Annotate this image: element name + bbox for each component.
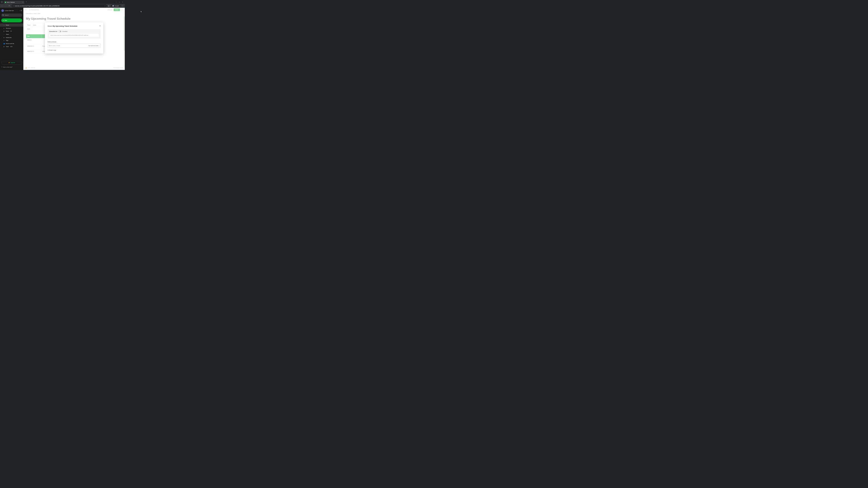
tab-close-icon[interactable]: ✕ — [22, 2, 24, 3]
chevron-down-icon: ▾ — [20, 10, 20, 11]
sidebar-item-label: Notes — [6, 31, 9, 32]
incognito-badge[interactable]: Incognito — [111, 5, 121, 7]
evernote-app: Lauren Dale Deli ▾ ⚙ 🔍 Search + New ▾ ⌂ … — [0, 8, 125, 70]
help-link[interactable]: ? Need a little help? — [0, 66, 23, 69]
bookmark-star-icon[interactable]: ☆ — [104, 5, 105, 6]
invite-section-label: Invite someone — [48, 41, 101, 42]
help-icon: ? — [1, 66, 2, 68]
sidebar-item-notes[interactable]: ▤ Notes (7) — [0, 30, 23, 33]
reload-button[interactable]: ⟳ — [8, 4, 11, 7]
shareable-link-toggle[interactable] — [59, 31, 61, 32]
tab-title: Home - Evernote — [7, 2, 22, 3]
sidebar-item-label: Trash — [6, 46, 9, 47]
share-modal: Share My Upcoming Travel Schedule ✕ Shar… — [45, 22, 103, 54]
expand-caret-icon[interactable]: ▸ — [1, 37, 2, 38]
user-menu[interactable]: Lauren Dale Deli ▾ ⚙ — [0, 9, 23, 12]
sidebar-item-count: (7) — [10, 31, 12, 32]
avatar — [1, 9, 4, 12]
incognito-label: Incognito — [115, 5, 119, 6]
sidebar-item-shared[interactable]: 👥 Shared with Me — [0, 42, 23, 45]
star-icon: ★ — [3, 28, 5, 29]
trash-icon: 🗑 — [3, 46, 5, 47]
sidebar-item-tasks[interactable]: ✓ Tasks — [0, 33, 23, 36]
minimize-button[interactable]: — — [116, 1, 117, 2]
close-icon[interactable]: ✕ — [99, 25, 101, 27]
username: Lauren Dale Deli — [5, 10, 19, 11]
address-bar[interactable]: ⚙ evernote.com/client/web?login=true#/no… — [11, 4, 107, 7]
sidebar-item-home[interactable]: ⌂ Home — [0, 24, 23, 27]
browser-menu-button[interactable]: ⋮ — [121, 5, 124, 7]
note-pane: ⛶ ▥ First Notebook Only you Share ⋯ Last… — [23, 8, 125, 70]
shareable-link-row: Shareable link Disabled — [49, 31, 99, 32]
invite-input[interactable]: Enter name or email Can edit and invite … — [48, 43, 101, 48]
settings-gear-icon[interactable]: ⚙ — [21, 10, 22, 11]
chevron-down-icon: ▾ — [99, 45, 99, 46]
share-link-display[interactable]: https://www.evernote.com/shard/s503/sh/0… — [49, 34, 99, 37]
maximize-button[interactable]: ▢ — [119, 1, 120, 2]
browser-toolbar: ← → ⟳ ⚙ evernote.com/client/web?login=tr… — [0, 4, 125, 8]
incognito-icon — [112, 5, 114, 6]
shareable-link-section: Shareable link Disabled https://www.ever… — [48, 29, 101, 39]
email-a-copy-link[interactable]: ✉ Email a copy — [48, 50, 101, 51]
permission-label: Can edit and invite — [88, 45, 98, 46]
new-tab-button[interactable]: + — [26, 1, 27, 3]
upgrade-label: Upgrade — [10, 62, 15, 63]
modal-title: Share My Upcoming Travel Schedule — [48, 25, 101, 27]
tab-search-dropdown[interactable]: ▾ — [1, 1, 3, 3]
toggle-state-label: Disabled — [62, 31, 67, 32]
search-icon: 🔍 — [2, 14, 4, 16]
note-icon: ▤ — [3, 31, 5, 32]
new-label: New — [4, 20, 19, 21]
modal-overlay[interactable]: Share My Upcoming Travel Schedule ✕ Shar… — [23, 8, 125, 70]
notebook-icon: ▥ — [3, 37, 5, 38]
sidebar-item-count: (12) — [10, 46, 12, 47]
sidebar: Lauren Dale Deli ▾ ⚙ 🔍 Search + New ▾ ⌂ … — [0, 8, 23, 70]
new-button[interactable]: + New ▾ — [1, 18, 22, 22]
forward-button[interactable]: → — [4, 4, 7, 7]
email-copy-label: Email a copy — [49, 50, 56, 51]
help-label: Need a little help? — [3, 66, 12, 68]
lightning-icon: ⚡ — [8, 62, 10, 63]
site-settings-icon[interactable]: ⚙ — [13, 5, 14, 6]
invite-placeholder: Enter name or email — [49, 45, 88, 46]
sidebar-item-label: Shared with Me — [6, 43, 14, 44]
home-icon: ⌂ — [3, 24, 5, 26]
expand-caret-icon[interactable]: ▸ — [1, 40, 2, 41]
sidebar-item-tags[interactable]: ▸ 🏷 Tags — [0, 39, 23, 42]
upgrade-button[interactable]: ⚡ Upgrade — [1, 61, 22, 65]
side-panel-button[interactable]: ◧ — [107, 4, 111, 7]
search-placeholder: Search — [5, 14, 9, 16]
search-input[interactable]: 🔍 Search — [1, 13, 22, 17]
browser-titlebar: ▾ Home - Evernote ✕ + — ▢ ✕ — [0, 0, 125, 4]
plus-icon: + — [3, 20, 4, 22]
sidebar-item-trash[interactable]: 🗑 Trash (12) — [0, 45, 23, 48]
sidebar-item-label: Shortcuts — [6, 28, 11, 29]
chevron-down-icon: ▾ — [20, 20, 21, 21]
sidebar-item-label: Home — [6, 24, 9, 26]
browser-tab[interactable]: Home - Evernote ✕ — [4, 1, 24, 4]
shareable-link-label: Shareable link — [49, 31, 57, 32]
people-icon: 👥 — [3, 43, 5, 44]
check-circle-icon: ✓ — [3, 34, 5, 35]
tag-icon: 🏷 — [3, 40, 5, 41]
sidebar-item-label: Tags — [6, 40, 8, 41]
evernote-favicon — [5, 2, 6, 3]
close-window-button[interactable]: ✕ — [122, 1, 123, 2]
permission-dropdown[interactable]: Can edit and invite ▾ — [88, 45, 99, 46]
sidebar-item-label: Tasks — [6, 34, 9, 35]
mouse-cursor — [141, 11, 142, 13]
url-text: evernote.com/client/web?login=true#/note… — [15, 5, 103, 6]
expand-caret-icon[interactable]: ▸ — [1, 28, 2, 29]
back-button[interactable]: ← — [1, 4, 4, 7]
envelope-icon: ✉ — [48, 50, 49, 51]
sidebar-item-shortcuts[interactable]: ▸ ★ Shortcuts — [0, 27, 23, 30]
sidebar-item-label: Notebooks — [6, 37, 11, 38]
sidebar-item-notebooks[interactable]: ▸ ▥ Notebooks — [0, 36, 23, 39]
window-controls: — ▢ ✕ — [116, 1, 124, 2]
